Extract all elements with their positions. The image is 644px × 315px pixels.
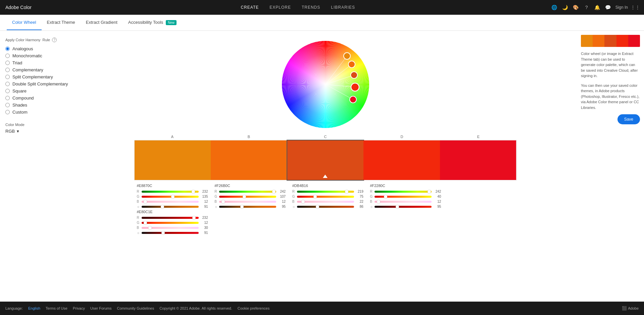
slider-track-b-d[interactable] xyxy=(375,201,432,203)
svg-point-8 xyxy=(348,61,355,68)
swatch-b[interactable] xyxy=(211,140,287,180)
swatch-e[interactable] xyxy=(440,140,516,180)
hex-a: #E8870C xyxy=(137,184,208,188)
moon-icon[interactable]: 🌙 xyxy=(562,4,568,11)
spectrum-icon[interactable]: 🎨 xyxy=(573,4,579,11)
color-col-a: #E8870C R 232 G 135 B xyxy=(134,184,211,210)
color-col-c: #DB4B16 R 219 G 75 B xyxy=(290,184,366,210)
hex-b: #F26B0C xyxy=(214,184,286,188)
slider-track-b-b[interactable] xyxy=(219,201,276,203)
harmony-split-complementary[interactable]: Split Complementary xyxy=(5,74,68,79)
color-col-b: #F26B0C R 242 G 107 B xyxy=(212,184,288,210)
tab-accessibility-tools[interactable]: Accessibility Tools New xyxy=(123,15,182,30)
slider-track-r-c[interactable] xyxy=(297,191,354,193)
chevron-down-icon: ▾ xyxy=(17,129,19,134)
slider-track-b-c[interactable] xyxy=(297,201,354,203)
svg-point-7 xyxy=(344,53,350,59)
swatch-c[interactable] xyxy=(287,140,364,180)
harmony-custom[interactable]: Custom xyxy=(5,110,68,115)
slider-track-r-d[interactable] xyxy=(375,191,432,193)
slider-track-g-c[interactable] xyxy=(297,196,354,198)
harmony-double-split[interactable]: Double Split Complementary xyxy=(5,81,68,86)
globe-icon[interactable]: 🌐 xyxy=(551,4,558,11)
preview-swatch-c xyxy=(604,35,616,47)
slider-track-bright-d[interactable] xyxy=(375,206,432,208)
preview-swatch-b xyxy=(593,35,604,47)
harmony-shades[interactable]: Shades xyxy=(5,103,68,108)
slider-bright-a: ☼ 91 xyxy=(137,205,208,208)
harmony-monochromatic[interactable]: Monochromatic xyxy=(5,53,68,58)
swatches-section: A B C D E xyxy=(128,135,524,180)
brand-logo[interactable]: Adobe Color xyxy=(5,5,32,10)
tab-extract-gradient[interactable]: Extract Gradient xyxy=(81,15,123,30)
swatch-label-e: E xyxy=(440,135,517,139)
swatch-labels: A B C D E xyxy=(134,135,517,139)
description-1: Color wheel (or image in Extract Theme t… xyxy=(581,51,640,79)
preview-swatch-e xyxy=(628,35,640,47)
color-mode-label: Color Mode xyxy=(5,123,68,127)
swatch-label-b: B xyxy=(211,135,287,139)
center-content: A B C D E #E8870C R xyxy=(74,31,577,302)
slider-track-r-b[interactable] xyxy=(219,191,276,193)
swatch-label-c: C xyxy=(287,135,364,139)
slider-track-g-e[interactable] xyxy=(142,222,199,224)
svg-point-9 xyxy=(351,72,357,78)
svg-point-10 xyxy=(351,83,359,91)
nav-trends[interactable]: TRENDS xyxy=(302,5,320,10)
swatch-label-a: A xyxy=(134,135,211,139)
harmony-compound[interactable]: Compound xyxy=(5,96,68,101)
harmony-analogous[interactable]: Analogous xyxy=(5,46,68,51)
color-wheel-svg xyxy=(279,38,373,131)
nav-explore[interactable]: EXPLORE xyxy=(269,5,291,10)
svg-point-11 xyxy=(350,96,356,103)
nav-create[interactable]: CREATE xyxy=(241,5,259,10)
slider-r-a: R 232 xyxy=(137,190,208,193)
swatches-row xyxy=(134,140,517,180)
harmony-complementary[interactable]: Complementary xyxy=(5,67,68,72)
nav-libraries[interactable]: LIBRARIES xyxy=(331,5,355,10)
color-mode-select[interactable]: RGB ▾ xyxy=(5,129,68,134)
nav-right: 🌐 🌙 🎨 ? 🔔 💬 Sign In ⋮⋮ xyxy=(551,4,639,11)
bell-icon[interactable]: 🔔 xyxy=(594,4,601,11)
palette-preview xyxy=(581,35,640,47)
description-2: You can then use your saved color themes… xyxy=(581,83,640,111)
swatch-a[interactable] xyxy=(135,140,211,180)
slider-g-a: G 135 xyxy=(137,195,208,198)
nav-links: CREATE EXPLORE TRENDS LIBRARIES xyxy=(45,5,551,10)
slider-track-b-e[interactable] xyxy=(142,227,199,229)
chat-icon[interactable]: 💬 xyxy=(605,4,611,11)
color-col-d: #F2280C R 242 G 40 B xyxy=(367,184,444,210)
tab-color-wheel[interactable]: Color Wheel xyxy=(7,15,42,30)
swatch-label-d: D xyxy=(364,135,440,139)
harmony-square[interactable]: Square xyxy=(5,88,68,93)
hex-e: #E80C1E xyxy=(137,210,208,214)
slider-track-r-a[interactable] xyxy=(142,191,199,193)
slider-track-bright-a[interactable] xyxy=(142,206,199,208)
tab-extract-theme[interactable]: Extract Theme xyxy=(42,15,81,30)
main-content: Apply Color Harmony Rule ? Analogous Mon… xyxy=(0,31,644,302)
harmony-triad[interactable]: Triad xyxy=(5,60,68,65)
slider-track-g-d[interactable] xyxy=(375,196,432,198)
top-nav: Adobe Color CREATE EXPLORE TRENDS LIBRAR… xyxy=(0,0,644,15)
grid-icon[interactable]: ⋮⋮ xyxy=(632,4,639,11)
color-mode-section: Color Mode RGB ▾ xyxy=(5,123,68,134)
color-col-e: #E80C1E R 232 G 12 B xyxy=(134,210,211,236)
sign-in[interactable]: Sign In xyxy=(615,5,628,10)
slider-track-bright-c[interactable] xyxy=(297,206,354,208)
help-icon[interactable]: ? xyxy=(583,4,590,11)
slider-track-r-e[interactable] xyxy=(142,217,199,219)
swatch-d[interactable] xyxy=(363,140,440,180)
save-button[interactable]: Save xyxy=(617,114,640,124)
left-panel: Apply Color Harmony Rule ? Analogous Mon… xyxy=(0,31,74,302)
harmony-help-icon[interactable]: ? xyxy=(52,38,57,42)
color-values: #E8870C R 232 G 135 B xyxy=(128,184,524,236)
slider-track-bright-b[interactable] xyxy=(219,206,276,208)
slider-track-bright-e[interactable] xyxy=(142,232,199,234)
hex-c: #DB4B16 xyxy=(292,184,363,188)
color-wheel[interactable] xyxy=(279,38,373,131)
slider-track-g-a[interactable] xyxy=(142,196,199,198)
sub-nav: Color Wheel Extract Theme Extract Gradie… xyxy=(0,15,644,31)
slider-track-b-a[interactable] xyxy=(142,201,199,203)
slider-track-g-b[interactable] xyxy=(219,196,276,198)
preview-swatch-a xyxy=(581,35,593,47)
